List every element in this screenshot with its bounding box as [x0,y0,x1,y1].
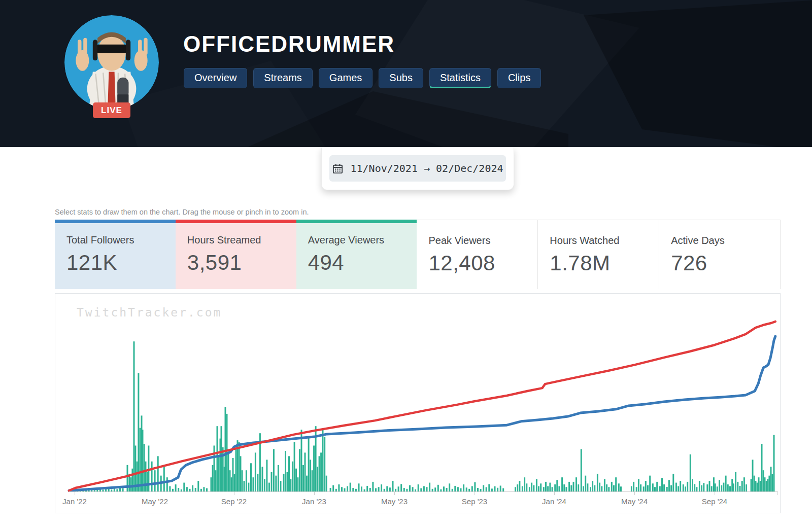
header-decoration [584,0,812,147]
stat-value: 726 [671,251,780,275]
stat-card-peak-viewers[interactable]: Peak Viewers12,408 [417,220,537,289]
x-axis-tick [475,492,475,495]
x-axis-label: Jan '24 [531,497,577,506]
x-axis-tick [314,492,315,495]
x-axis-tick [234,492,234,495]
x-axis-tick [75,492,75,495]
line-total-followers [69,336,775,490]
line-hours-streamed [69,322,775,490]
avatar-image [64,15,159,110]
stat-card-total-followers[interactable]: Total Followers121K [55,220,176,289]
x-axis-label: Jan '23 [291,497,337,506]
date-range-panel: 11/Nov/2021 → 02/Dec/2024 [321,147,514,190]
stat-card-average-viewers[interactable]: Average Viewers494 [296,220,417,289]
stat-label: Peak Viewers [428,235,537,246]
chart-card: TwitchTracker.com Jan '22May '22Sep '22J… [55,293,781,513]
channel-header: LIVE OFFICEDRUMMER OverviewStreamsGamesS… [0,0,812,147]
stat-label: Hours Watched [550,235,659,246]
x-axis-label: Jan '22 [52,497,97,506]
stat-card-active-days[interactable]: Active Days726 [659,220,781,289]
x-axis-label: May '24 [612,497,657,506]
stat-card-accent-bar [296,220,417,223]
x-axis-label: May '22 [132,497,178,506]
stat-value: 121K [66,251,176,275]
x-axis-tick [394,492,395,495]
stat-label: Hours Streamed [187,234,296,246]
stat-label: Active Days [671,235,780,246]
x-axis-label: Sep '23 [452,497,497,506]
x-axis-label: Sep '24 [692,497,737,506]
tab-streams[interactable]: Streams [253,68,312,88]
stat-value: 494 [308,251,417,275]
nav-tabs: OverviewStreamsGamesSubsStatisticsClips [184,68,541,88]
stat-card-hours-streamed[interactable]: Hours Streamed3,591 [176,220,296,289]
x-axis-tick [554,492,555,495]
chart-canvas [69,315,777,491]
stats-row: Total Followers121KHours Streamed3,591Av… [55,220,781,289]
x-axis-label: Sep '22 [211,497,257,506]
date-range-picker[interactable]: 11/Nov/2021 → 02/Dec/2024 [329,155,506,182]
stat-value: 3,591 [187,251,296,275]
x-axis-tick [715,492,715,495]
x-axis-tick [634,492,635,495]
stat-card-accent-bar [55,220,176,223]
calendar-icon [332,163,344,174]
page-title: OFFICEDRUMMER [183,31,395,57]
live-badge: LIVE [93,102,130,118]
stat-card-hours-watched[interactable]: Hours Watched1.78M [537,220,659,289]
stat-label: Average Viewers [308,234,417,246]
stat-label: Total Followers [66,234,176,246]
x-axis-line [69,491,778,492]
tab-games[interactable]: Games [319,68,373,88]
tab-statistics[interactable]: Statistics [429,68,491,88]
tab-subs[interactable]: Subs [379,68,423,88]
x-axis-tick [155,492,155,495]
bars-average-viewers [74,341,775,491]
tab-overview[interactable]: Overview [184,68,247,88]
date-range-text: 11/Nov/2021 → 02/Dec/2024 [350,162,503,174]
tab-clips[interactable]: Clips [497,68,541,88]
stat-value: 1.78M [550,251,659,275]
stat-value: 12,408 [428,251,537,275]
x-axis-label: May '23 [371,497,417,506]
avatar [64,15,159,110]
chart-instruction: Select stats to draw them on the chart. … [55,208,309,216]
chart-plot-area[interactable] [69,315,777,491]
stat-card-accent-bar [176,220,296,223]
x-axis-tick [777,492,778,495]
